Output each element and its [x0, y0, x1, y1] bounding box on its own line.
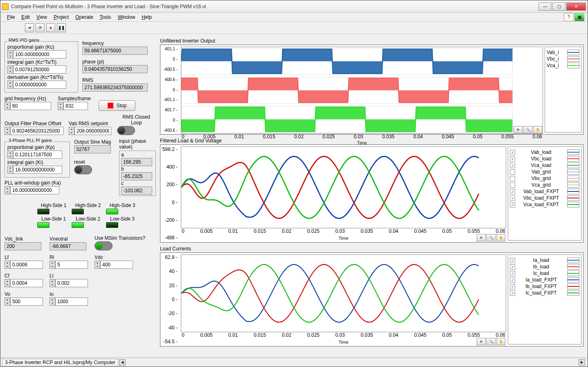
pll-aw-spinner[interactable]	[5, 186, 10, 194]
project-path: 3-Phase Inverter RCP and HIL.lvproj/My C…	[2, 359, 118, 366]
pll-ki-input[interactable]	[13, 166, 62, 174]
rl-input[interactable]	[55, 261, 88, 269]
hs3-led	[106, 209, 118, 214]
stop-button[interactable]: Stop	[99, 100, 135, 111]
menu-file[interactable]: File	[4, 14, 18, 21]
samples-input[interactable]	[63, 102, 88, 110]
vi-icon[interactable]: ▦	[574, 13, 584, 21]
plot-filtered[interactable]	[181, 146, 506, 228]
legend-item[interactable]: ✓Ic_load_FXPT	[510, 290, 579, 296]
toolbar: ➔ ⟳ ● ❚❚	[0, 22, 588, 34]
rms-readout: 271.599365234375000000	[82, 83, 148, 92]
statusbar: 3-Phase Inverter RCP and HIL.lvproj/My C…	[0, 358, 588, 367]
ls3-led	[106, 222, 118, 228]
legend-item[interactable]: ✓Ib_load_FXPT	[510, 284, 579, 289]
pll-kp-spinner[interactable]	[7, 151, 13, 159]
rms-pid-group: RMS PID gains proportional gain (Kc) int…	[5, 41, 78, 92]
legend-item[interactable]: Vab_grid	[510, 169, 579, 175]
pll-ki-spinner[interactable]	[7, 166, 13, 174]
cf-spinner[interactable]	[5, 279, 10, 287]
samples-spinner[interactable]	[58, 102, 63, 110]
pan-icon[interactable]: ✋	[496, 338, 505, 345]
legend-item[interactable]: ✓Ia_load_FXPT	[510, 277, 579, 283]
menu-edit[interactable]: Edit	[18, 14, 33, 21]
menu-operate[interactable]: Operate	[72, 14, 96, 21]
kc-spinner[interactable]	[7, 50, 13, 59]
plot-currents[interactable]	[181, 254, 506, 332]
filter-offset-spinner[interactable]	[5, 127, 10, 135]
vo-spinner[interactable]	[5, 297, 10, 306]
scroll-left-button[interactable]: ◀	[119, 359, 126, 366]
pll-aw-input[interactable]	[10, 186, 59, 194]
msim-switch[interactable]	[95, 241, 113, 250]
menu-window[interactable]: Window	[115, 14, 139, 21]
window-title: Compare Fixed Point vs Multisim - 3 Phas…	[11, 4, 538, 9]
input-a-readout: 168.295	[121, 158, 152, 166]
crosshair-icon[interactable]: ✛	[477, 338, 486, 345]
scroll-right-button[interactable]: ▶	[579, 359, 585, 366]
run-button[interactable]: ➔	[25, 23, 34, 32]
legend-item[interactable]: ✓Vbc_load_FXPT	[510, 195, 579, 201]
crosshair-icon[interactable]: ✛	[514, 126, 523, 133]
rl-spinner[interactable]	[50, 261, 55, 269]
vdc-input[interactable]	[100, 261, 133, 269]
filter-offset-input[interactable]	[10, 127, 63, 135]
vab-sp-input[interactable]	[74, 127, 111, 135]
legend-item[interactable]: Vbc_grid	[510, 176, 579, 181]
io-input[interactable]	[55, 297, 88, 306]
abort-button[interactable]: ●	[46, 23, 55, 32]
maximize-button[interactable]: ▢	[552, 2, 565, 11]
kd-input[interactable]	[13, 81, 66, 89]
menu-project[interactable]: Project	[50, 14, 72, 21]
vab-sp-spinner[interactable]	[69, 127, 74, 135]
legend-item[interactable]: ✓Ib_load	[510, 264, 579, 270]
minimize-button[interactable]: —	[538, 2, 552, 11]
legend-item[interactable]: ✓Vbc_load	[510, 156, 579, 162]
ki-spinner[interactable]	[7, 65, 13, 74]
pan-icon[interactable]: ✋	[533, 126, 542, 133]
reset-switch[interactable]	[74, 165, 92, 174]
close-button[interactable]: ✕	[566, 2, 586, 11]
plot-unfiltered[interactable]	[181, 47, 543, 134]
kc-input[interactable]	[13, 50, 66, 59]
legend-item[interactable]: ✓Vab_load_FXPT	[510, 189, 579, 194]
legend-item[interactable]: ✓Vca_load_FXPT	[510, 202, 579, 207]
cf-input[interactable]	[10, 279, 43, 287]
lf-input[interactable]	[10, 261, 43, 269]
front-panel: RMS PID gains proportional gain (Kc) int…	[0, 34, 588, 358]
zoom-icon[interactable]: 🔍	[487, 234, 496, 241]
titlebar: Compare Fixed Point vs Multisim - 3 Phas…	[0, 0, 588, 13]
input-b-readout: -65.2325	[121, 172, 152, 180]
legend-item[interactable]: ✓Ia_load	[510, 257, 579, 263]
vdc-link-readout: 200	[5, 242, 41, 250]
crosshair-icon[interactable]: ✛	[477, 234, 486, 241]
vdc-spinner[interactable]	[95, 261, 100, 269]
ll-input[interactable]	[55, 279, 88, 287]
menu-view[interactable]: View	[33, 14, 50, 21]
legend-item[interactable]: ✓Vca_load	[510, 162, 579, 168]
zoom-icon[interactable]: 🔍	[487, 338, 496, 345]
rms-closed-loop-switch[interactable]	[117, 126, 135, 135]
grid-freq-spinner[interactable]	[5, 102, 10, 110]
ls2-led	[72, 222, 84, 228]
legend-item[interactable]: Vca_grid	[510, 182, 579, 188]
ki-input[interactable]	[13, 65, 66, 74]
legend-item[interactable]: ✓Ic_load	[510, 270, 579, 276]
legend-filtered: ✓Vab_load✓Vbc_load✓Vca_loadVab_gridVbc_g…	[508, 146, 581, 241]
legend-item[interactable]: ✓Vab_load	[510, 149, 579, 155]
vneutral-readout: -66.6667	[50, 242, 86, 250]
pll-kp-input[interactable]	[13, 151, 62, 159]
io-spinner[interactable]	[50, 297, 55, 306]
lf-spinner[interactable]	[5, 261, 10, 269]
help-icon[interactable]: ?	[564, 13, 574, 21]
pan-icon[interactable]: ✋	[496, 234, 505, 241]
zoom-icon[interactable]: 🔍	[523, 126, 532, 133]
grid-freq-input[interactable]	[10, 102, 51, 110]
kd-spinner[interactable]	[7, 81, 13, 89]
menu-help[interactable]: Help	[138, 14, 155, 21]
vo-input[interactable]	[10, 297, 43, 306]
ll-spinner[interactable]	[50, 279, 55, 287]
run-continuous-button[interactable]: ⟳	[36, 23, 45, 32]
pause-button[interactable]: ❚❚	[57, 23, 66, 32]
menu-tools[interactable]: Tools	[97, 14, 115, 21]
